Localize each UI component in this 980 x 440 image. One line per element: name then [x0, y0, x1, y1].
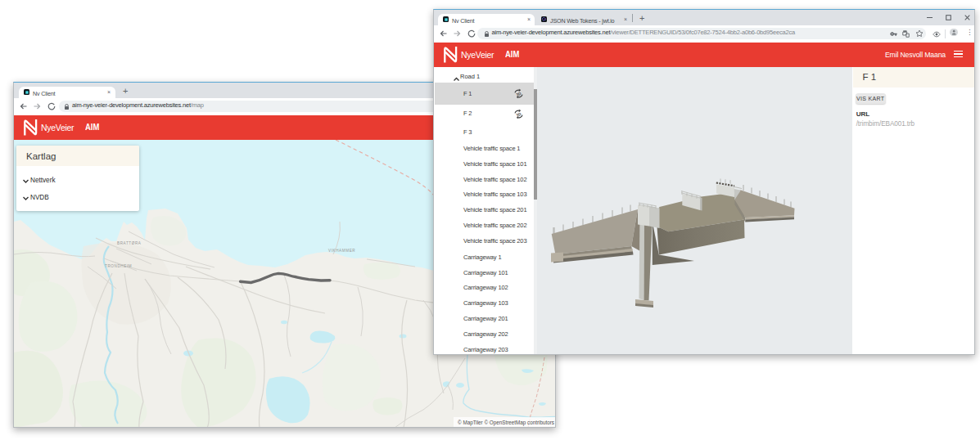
svg-text:BRATTØRA: BRATTØRA [117, 241, 142, 245]
svg-text:© MapTiler © OpenStreetMap con: © MapTiler © OpenStreetMap contributors [458, 420, 554, 426]
svg-text:TRONDHEIM: TRONDHEIM [105, 264, 132, 268]
svg-text:VIKHAMMER: VIKHAMMER [328, 249, 355, 253]
